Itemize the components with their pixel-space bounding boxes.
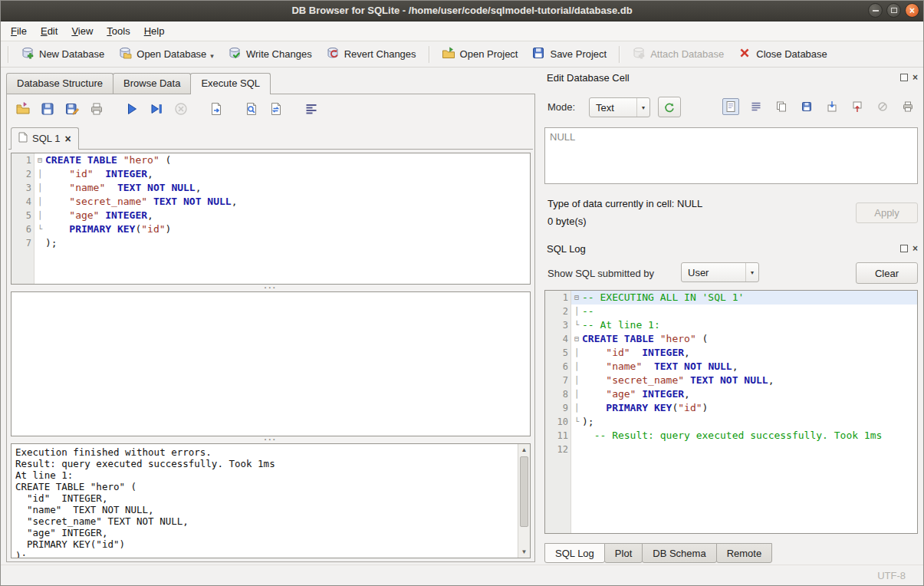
code-line: 4⊟CREATE TABLE "hero" ( <box>545 332 917 346</box>
cell-size-info: 0 byte(s) <box>547 216 587 227</box>
print-sql-button[interactable] <box>87 100 106 119</box>
execution-log-text: Execution finished without errors. Resul… <box>12 444 518 558</box>
query-results-area[interactable] <box>11 291 531 436</box>
execution-log[interactable]: Execution finished without errors. Resul… <box>11 443 531 558</box>
menu-view[interactable]: View <box>64 21 100 41</box>
revert-changes-button[interactable]: Revert Changes <box>320 43 423 65</box>
dock-close-icon[interactable]: × <box>912 74 918 81</box>
window-controls: × <box>868 3 919 18</box>
code-line: 2│ "id" INTEGER, <box>12 167 530 181</box>
mode-label: Mode: <box>547 101 575 113</box>
edit-cell-title: Edit Database Cell <box>544 72 630 84</box>
scrollbar-thumb[interactable] <box>520 456 528 527</box>
code-line: 11 -- Result: query executed successfull… <box>545 429 917 443</box>
print-cell-button[interactable] <box>899 98 916 115</box>
cell-editor[interactable]: NULL <box>544 127 918 184</box>
code-line: 12 <box>545 443 917 456</box>
splitter-dots-icon: ··· <box>265 437 278 442</box>
tab-db-schema[interactable]: DB Schema <box>642 543 716 563</box>
code-line: 7); <box>12 236 530 250</box>
word-wrap-button[interactable] <box>748 98 765 115</box>
minimize-button[interactable] <box>868 3 883 18</box>
close-database-icon <box>738 46 751 62</box>
open-database-button[interactable]: Open Database ▾ <box>112 43 220 65</box>
save-cell-button[interactable] <box>798 98 815 115</box>
dock-float-icon[interactable] <box>900 74 908 81</box>
scroll-down-icon[interactable]: ▼ <box>518 546 530 558</box>
sql-log-filter-row: Show SQL submitted by User ▾ Clear <box>544 262 918 284</box>
code-line: 6└ PRIMARY KEY("id") <box>12 222 530 236</box>
format-sql-button[interactable] <box>301 100 321 119</box>
sql-editor[interactable]: 1⊟CREATE TABLE "hero" (2│ "id" INTEGER,3… <box>11 153 531 285</box>
import-icon <box>826 100 838 113</box>
filter-label: Show SQL submitted by <box>547 268 654 279</box>
tab-execute-sql[interactable]: Execute SQL <box>190 73 271 94</box>
menu-file[interactable]: File <box>4 21 34 41</box>
replace-button[interactable] <box>266 100 285 119</box>
write-changes-icon <box>228 46 242 62</box>
print-icon <box>89 101 104 117</box>
menu-edit[interactable]: Edit <box>34 21 64 41</box>
sql-log-viewer[interactable]: 1⊟-- EXECUTING ALL IN 'SQL 1'2│--3└-- At… <box>544 290 918 534</box>
import-cell-data-button[interactable] <box>824 98 840 115</box>
clear-log-button[interactable]: Clear <box>856 262 918 284</box>
tab-remote[interactable]: Remote <box>716 543 773 563</box>
refresh-icon <box>663 101 676 114</box>
close-window-button[interactable]: × <box>905 3 919 18</box>
export-icon <box>851 100 863 113</box>
attach-database-button: Attach Database <box>626 43 730 65</box>
open-sql-file-icon <box>15 101 31 117</box>
code-line: 2│-- <box>545 305 917 318</box>
write-changes-button[interactable]: Write Changes <box>222 43 318 65</box>
mode-combobox[interactable]: Text ▾ <box>589 97 650 117</box>
maximize-icon <box>891 8 897 13</box>
export-sql-button[interactable] <box>206 100 225 119</box>
titlebar[interactable]: DB Browser for SQLite - /home/user/code/… <box>0 0 924 21</box>
code-line: 7│ "secret_name" TEXT NOT NULL, <box>545 374 917 387</box>
save-project-button[interactable]: Save Project <box>525 43 613 65</box>
tab-database-structure[interactable]: Database Structure <box>6 73 113 94</box>
tab-browse-data[interactable]: Browse Data <box>113 73 191 94</box>
main-toolbar: New Database Open Database ▾ Write Chang… <box>0 41 924 67</box>
splitter-handle[interactable]: ··· <box>11 436 531 443</box>
cell-mode-row: Mode: Text ▾ <box>544 97 918 118</box>
stop-icon <box>173 101 189 117</box>
export-cell-data-button[interactable] <box>849 98 866 115</box>
doc-tab-close-icon[interactable]: × <box>64 134 71 143</box>
open-sql-file-button[interactable] <box>13 100 32 119</box>
splitter-handle[interactable]: ··· <box>11 285 531 291</box>
maximize-button[interactable] <box>886 3 901 18</box>
encoding-indicator: UTF-8 <box>877 570 906 581</box>
menu-help[interactable]: Help <box>137 21 172 41</box>
copy-cell-button[interactable] <box>773 98 790 115</box>
sql-doc-tab[interactable]: SQL 1 × <box>11 127 79 150</box>
dock-controls: × <box>900 245 918 252</box>
text-view-toggle[interactable] <box>722 98 739 115</box>
code-line: 8│ "age" INTEGER, <box>545 387 917 401</box>
sql-log-dock-header: SQL Log × <box>544 242 918 255</box>
find-button[interactable] <box>242 100 261 119</box>
scrollbar[interactable]: ▲ ▼ <box>518 444 530 558</box>
main-tabbar: Database Structure Browse Data Execute S… <box>6 73 270 94</box>
code-line: 10└); <box>545 415 917 429</box>
execute-current-line-button[interactable] <box>146 100 166 119</box>
new-database-button[interactable]: New Database <box>15 43 110 65</box>
tab-sql-log[interactable]: SQL Log <box>544 543 605 563</box>
dock-close-icon[interactable]: × <box>912 245 918 252</box>
cell-value: NULL <box>550 131 575 143</box>
submitted-by-combobox[interactable]: User ▾ <box>681 262 759 282</box>
toolbar-separator <box>429 46 429 63</box>
menu-tools[interactable]: Tools <box>100 21 136 41</box>
cell-type-info: Type of data currently in cell: NULL <box>547 198 702 209</box>
tab-plot[interactable]: Plot <box>604 543 643 563</box>
save-sql-file-button[interactable] <box>38 100 57 119</box>
open-database-dropdown-icon[interactable]: ▾ <box>210 52 214 62</box>
open-project-button[interactable]: Open Project <box>436 43 524 65</box>
save-icon <box>801 100 813 113</box>
auto-detect-mode-button[interactable] <box>658 97 681 117</box>
close-database-button[interactable]: Close Database <box>732 43 834 65</box>
save-sql-file-as-button[interactable] <box>62 100 81 119</box>
scroll-up-icon[interactable]: ▲ <box>518 444 530 456</box>
dock-float-icon[interactable] <box>900 245 908 252</box>
execute-all-button[interactable] <box>122 100 141 119</box>
